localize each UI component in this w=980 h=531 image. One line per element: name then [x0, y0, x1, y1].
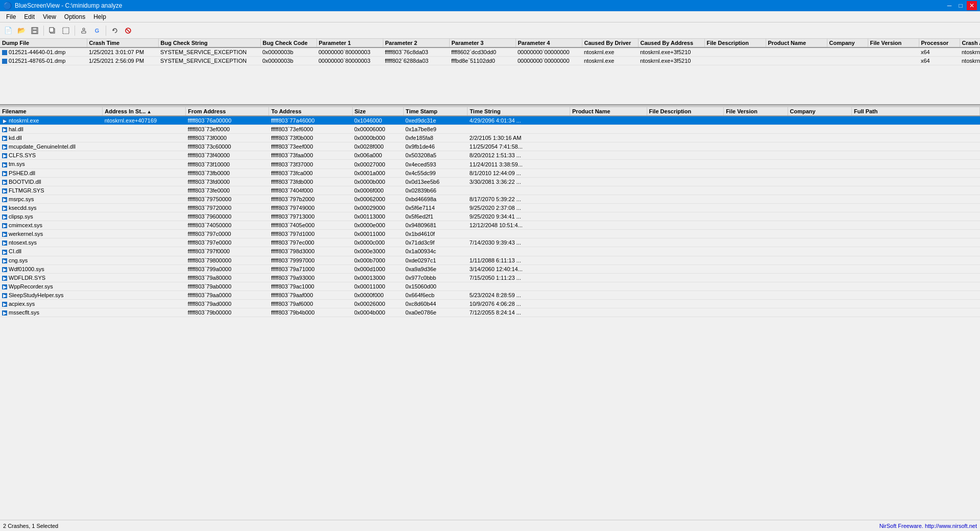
module-row[interactable]: ▶mcupdate_GenuineIntel.dllfffff803`73c60…	[0, 142, 980, 151]
svg-marker-8	[113, 29, 115, 31]
menu-view[interactable]: View	[39, 12, 60, 21]
select-all-button[interactable]	[60, 25, 72, 37]
col-product-name-c[interactable]: Product Name	[766, 39, 827, 47]
module-row[interactable]: ▶kd.dllfffff803`73f0000fffff803`73f0b000…	[0, 134, 980, 142]
module-cell-from_address: fffff803`79ab0000	[186, 282, 269, 291]
crashes-table-container[interactable]: Dump File Crash Time Bug Check String Bu…	[0, 39, 980, 104]
module-cell-company	[788, 282, 851, 291]
close-button[interactable]: ✕	[967, 1, 977, 10]
col-param1[interactable]: Parameter 1	[316, 39, 383, 47]
col-company-c[interactable]: Company	[827, 39, 868, 47]
module-row[interactable]: ▶FLTMGR.SYSfffff803`73fe0000fffff803`740…	[0, 186, 980, 195]
col-file-description-c[interactable]: File Description	[704, 39, 766, 47]
module-cell-product_name	[570, 308, 647, 317]
col-size[interactable]: Size	[352, 107, 403, 116]
modules-table-container[interactable]: Filename Address In St... From Address T…	[0, 107, 980, 520]
col-file-version-c[interactable]: File Version	[868, 39, 919, 47]
menu-edit[interactable]: Edit	[20, 12, 39, 21]
col-processor[interactable]: Processor	[919, 39, 960, 47]
open-button[interactable]: 📂	[15, 25, 28, 37]
module-cell-time_string: 1/11/2088 6:11:13 ...	[468, 256, 570, 264]
col-time-string[interactable]: Time String	[468, 107, 570, 116]
module-cell-product_name	[570, 134, 647, 142]
minimize-button[interactable]: ─	[944, 1, 954, 10]
module-row[interactable]: ▶werkernel.sysfffff803`797c0000fffff803`…	[0, 230, 980, 238]
col-product-name-m[interactable]: Product Name	[570, 107, 647, 116]
module-cell-time_string: 12/12/2048 10:51:4...	[468, 221, 570, 230]
module-row[interactable]: ▶WDFLDR.SYSfffff803`79a80000fffff803`79a…	[0, 273, 980, 282]
module-cell-from_address: fffff803`797c0000	[186, 230, 269, 238]
maximize-button[interactable]: □	[955, 1, 966, 10]
col-param3[interactable]: Parameter 3	[449, 39, 516, 47]
col-company-m[interactable]: Company	[788, 107, 851, 116]
module-row[interactable]: ▶tm.sysfffff803`73f10000fffff803`73f3700…	[0, 160, 980, 168]
module-cell-time_string: 11/24/2011 3:38:59...	[468, 160, 570, 168]
col-crash-time[interactable]: Crash Time	[87, 39, 158, 47]
crash-cell-param3: ffff8602`dcd30dd0	[449, 47, 516, 57]
module-row[interactable]: ▶mssecflt.sysfffff803`79b00000fffff803`7…	[0, 308, 980, 317]
col-crash-address[interactable]: Crash Address	[960, 39, 980, 47]
module-row[interactable]: ▶CI.dllfffff803`797f0000fffff803`798d300…	[0, 247, 980, 256]
col-param2[interactable]: Parameter 2	[383, 39, 449, 47]
col-bug-check-string[interactable]: Bug Check String	[158, 39, 260, 47]
module-row[interactable]: ▶ntosext.sysfffff803`797e0000fffff803`79…	[0, 238, 980, 247]
col-bug-check-code[interactable]: Bug Check Code	[260, 39, 316, 47]
module-row[interactable]: ▶hal.dllfffff803`73ef0000fffff803`73ef60…	[0, 125, 980, 134]
reload-button[interactable]	[109, 25, 121, 37]
col-full-path[interactable]: Full Path	[852, 107, 980, 116]
col-to-address[interactable]: To Address	[269, 107, 352, 116]
copy-button[interactable]	[46, 25, 59, 37]
new-button[interactable]: 📄	[2, 25, 14, 37]
google-button[interactable]: G	[91, 25, 103, 37]
module-cell-file_version	[724, 308, 788, 317]
crash-row[interactable]: 012521-48765-01.dmp1/25/2021 2:56:09 PMS…	[0, 57, 980, 65]
module-row[interactable]: ▶cmimcext.sysfffff803`74050000fffff803`7…	[0, 221, 980, 230]
col-time-stamp[interactable]: Time Stamp	[403, 107, 467, 116]
module-row[interactable]: ▶acpiex.sysfffff803`79ad0000fffff803`79a…	[0, 299, 980, 308]
module-row[interactable]: ▶cng.sysfffff803`79800000fffff803`799970…	[0, 256, 980, 264]
crashes-tbody: 012521-44640-01.dmp1/25/2021 3:01:07 PMS…	[0, 47, 980, 65]
module-cell-from_address: fffff803`79800000	[186, 256, 269, 264]
save-button[interactable]	[29, 25, 41, 37]
crash-row[interactable]: 012521-44640-01.dmp1/25/2021 3:01:07 PMS…	[0, 47, 980, 57]
menu-options[interactable]: Options	[60, 12, 89, 21]
menu-help[interactable]: Help	[89, 12, 110, 21]
module-cell-address_in_stack	[103, 212, 186, 221]
module-row[interactable]: ▶PSHED.dllfffff803`73fb0000fffff803`73fc…	[0, 168, 980, 177]
module-row[interactable]: ▶BOOTVID.dllfffff803`73fd0000fffff803`73…	[0, 177, 980, 186]
module-cell-filename: ▶PSHED.dll	[0, 168, 103, 177]
col-from-address[interactable]: From Address	[186, 107, 269, 116]
crash-cell-bug_check_string: SYSTEM_SERVICE_EXCEPTION	[158, 47, 260, 57]
module-row[interactable]: ▶ksecdd.sysfffff803`79720000fffff803`797…	[0, 203, 980, 212]
module-row[interactable]: ▶ntoskrnl.exentoskrnl.exe+407169fffff803…	[0, 116, 980, 125]
module-cell-address_in_stack	[103, 247, 186, 256]
col-address-in-stack[interactable]: Address In St...	[103, 107, 186, 116]
properties-button[interactable]	[78, 25, 90, 37]
module-cell-file_description	[647, 195, 724, 203]
svg-line-10	[127, 29, 130, 32]
module-row[interactable]: ▶WppRecorder.sysfffff803`79ab0000fffff80…	[0, 282, 980, 291]
col-file-version-m[interactable]: File Version	[724, 107, 788, 116]
col-param4[interactable]: Parameter 4	[516, 39, 582, 47]
col-caused-by-driver[interactable]: Caused By Driver	[582, 39, 638, 47]
crash-cell-param4: 00000000`00000000	[516, 57, 582, 65]
module-row[interactable]: ▶Wdf01000.sysfffff803`799a0000fffff803`7…	[0, 264, 980, 273]
module-cell-address_in_stack	[103, 142, 186, 151]
module-row[interactable]: ▶clipsp.sysfffff803`79600000fffff803`797…	[0, 212, 980, 221]
module-cell-from_address: fffff803`79b00000	[186, 308, 269, 317]
col-caused-by-address[interactable]: Caused By Address	[638, 39, 704, 47]
separator-2	[75, 26, 75, 36]
col-filename[interactable]: Filename	[0, 107, 103, 116]
module-row[interactable]: ▶msrpc.sysfffff803`79750000fffff803`797b…	[0, 195, 980, 203]
module-cell-size: 0x0028f000	[352, 142, 403, 151]
module-cell-company	[788, 212, 851, 221]
module-row[interactable]: ▶CLFS.SYSfffff803`73f40000fffff803`73faa…	[0, 151, 980, 160]
stop-button[interactable]	[122, 25, 134, 37]
col-file-description-m[interactable]: File Description	[647, 107, 724, 116]
module-cell-to_address: fffff803`79af6000	[269, 299, 352, 308]
menu-file[interactable]: File	[2, 12, 20, 21]
module-cell-from_address: fffff803`73fd0000	[186, 177, 269, 186]
module-row[interactable]: ▶SleepStudyHelper.sysfffff803`79aa0000ff…	[0, 291, 980, 299]
module-cell-time_stamp: 0x71dd3c9f	[403, 238, 467, 247]
col-dump-file[interactable]: Dump File	[0, 39, 87, 47]
